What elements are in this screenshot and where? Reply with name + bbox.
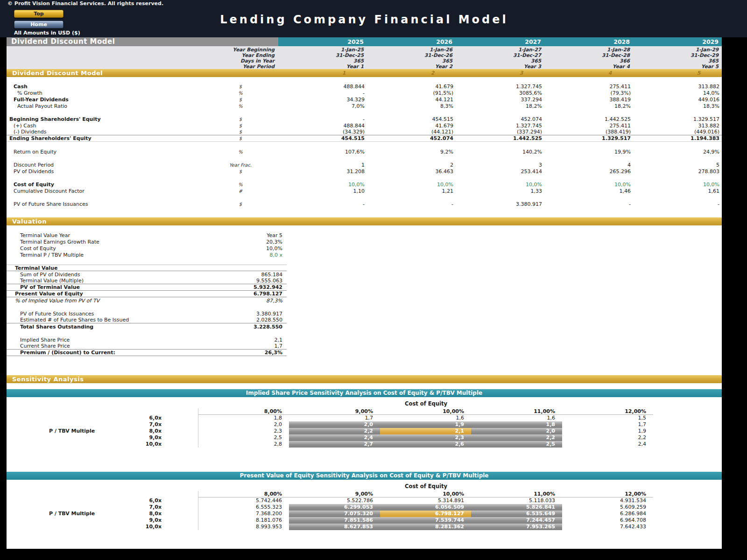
unit-label[interactable]: $ xyxy=(203,129,278,134)
value-cell[interactable]: 1,6 xyxy=(471,415,562,421)
row-label[interactable]: (-) Dividends xyxy=(7,129,203,135)
value-cell[interactable]: 488.844 xyxy=(278,84,367,90)
value-cell[interactable]: 7,0% xyxy=(278,103,367,109)
row-label[interactable]: Terminal Value xyxy=(7,265,212,271)
value-cell[interactable]: 5.742.446 xyxy=(198,497,289,504)
row-header[interactable]: 7,0x xyxy=(7,421,198,428)
meta-row-label[interactable]: Year Beginning xyxy=(7,47,278,52)
row-header[interactable]: 7,0x xyxy=(7,504,198,511)
meta-cell[interactable]: 1-Jan-29 xyxy=(633,47,722,52)
value-cell[interactable]: 1,9 xyxy=(562,428,653,434)
row-label[interactable]: Full-Year Dividends xyxy=(7,97,203,103)
value-cell[interactable]: 5.932.942 xyxy=(212,284,287,290)
meta-row-label[interactable]: Year Period xyxy=(7,63,278,69)
value-cell[interactable]: (337.294) xyxy=(456,129,544,135)
value-cell[interactable]: (79,3%) xyxy=(544,90,633,96)
row-label[interactable]: PV of Dividends xyxy=(7,168,203,175)
value-cell[interactable]: 1,8 xyxy=(198,415,289,421)
value-cell[interactable]: 2,0 xyxy=(289,421,380,428)
row-header[interactable]: 10,0x xyxy=(7,441,198,448)
row-label[interactable]: Return on Equity xyxy=(7,149,203,155)
row-header[interactable]: 6,0x xyxy=(7,497,198,504)
meta-cell[interactable]: Year 1 xyxy=(278,63,367,69)
row-label[interactable]: Implied Share Price xyxy=(7,337,212,343)
row-label[interactable]: Sum of PV of Dividends xyxy=(7,272,212,278)
year-header[interactable]: 2026 xyxy=(367,37,456,46)
year-header[interactable]: 2029 xyxy=(633,37,722,46)
value-cell[interactable]: 3 xyxy=(456,162,544,168)
value-cell[interactable]: 1.194.383 xyxy=(633,135,722,141)
value-cell[interactable]: 3.380.917 xyxy=(212,311,287,317)
meta-cell[interactable]: Year 3 xyxy=(456,63,544,69)
value-cell[interactable]: 1,7 xyxy=(212,343,287,349)
meta-cell[interactable]: 1-Jan-28 xyxy=(544,47,633,52)
year-header[interactable]: 2028 xyxy=(544,37,633,46)
value-cell[interactable]: 1,21 xyxy=(367,188,456,194)
value-cell[interactable]: 3.380.917 xyxy=(456,201,544,207)
row-label[interactable]: Beginning Shareholders' Equity xyxy=(7,116,203,122)
value-cell[interactable]: 2,0 xyxy=(198,421,289,428)
value-cell[interactable]: 2,7 xyxy=(289,441,380,448)
value-cell[interactable]: 7.075.320 xyxy=(289,511,380,517)
value-cell[interactable]: 41.679 xyxy=(367,123,456,129)
value-cell[interactable]: 1.442.525 xyxy=(544,116,633,122)
meta-row-label[interactable]: Days in Year xyxy=(7,58,278,63)
value-cell[interactable]: 4 xyxy=(544,162,633,168)
value-cell[interactable]: 1.329.517 xyxy=(544,135,633,141)
value-cell[interactable]: 1,6 xyxy=(380,415,471,421)
value-cell[interactable]: 449.016 xyxy=(633,97,722,103)
value-cell[interactable]: 2,2 xyxy=(562,434,653,441)
value-cell[interactable]: 18,2% xyxy=(456,103,544,109)
value-cell[interactable]: 107,6% xyxy=(278,149,367,155)
value-cell[interactable]: 8,3% xyxy=(367,103,456,109)
row-header[interactable]: 8,0x xyxy=(7,428,198,434)
value-cell[interactable]: 5.609.259 xyxy=(562,504,653,511)
value-cell[interactable]: 6.798.127 xyxy=(380,511,471,517)
unit-label[interactable]: $ xyxy=(203,202,278,207)
col-header[interactable]: 12,00% xyxy=(562,491,653,497)
meta-cell[interactable]: Year 4 xyxy=(544,63,633,69)
value-cell[interactable]: 1,9 xyxy=(380,421,471,428)
value-cell[interactable]: 19,9% xyxy=(544,149,633,155)
col-header[interactable]: 8,00% xyxy=(198,491,289,497)
unit-label[interactable]: $ xyxy=(203,97,278,102)
unit-label[interactable]: % xyxy=(203,91,278,96)
value-cell[interactable]: 253.414 xyxy=(456,168,544,175)
value-cell[interactable]: 87,3% xyxy=(212,298,287,304)
meta-cell[interactable]: Year 2 xyxy=(367,63,456,69)
col-header[interactable]: 11,00% xyxy=(471,491,562,497)
row-label[interactable]: Present Value of Equity xyxy=(7,291,212,297)
value-cell[interactable]: 2,3 xyxy=(380,434,471,441)
value-cell[interactable]: 265.296 xyxy=(544,168,633,175)
value-cell[interactable]: 7.953.265 xyxy=(471,524,562,530)
unit-label[interactable]: $ xyxy=(203,123,278,128)
value-cell[interactable]: 2.028.550 xyxy=(212,317,287,323)
row-header[interactable]: 6,0x xyxy=(7,415,198,421)
value-cell[interactable]: 2,4 xyxy=(562,441,653,448)
value-cell[interactable]: 4.931.534 xyxy=(562,497,653,504)
row-label[interactable]: PV of Terminal Value xyxy=(7,284,212,290)
value-cell[interactable]: 452.074 xyxy=(456,116,544,122)
col-header[interactable]: 10,00% xyxy=(380,408,471,415)
unit-label[interactable]: % xyxy=(203,104,278,109)
value-cell[interactable]: 313.882 xyxy=(633,84,722,90)
value-cell[interactable]: 7.368.200 xyxy=(198,511,289,517)
col-header[interactable]: 9,00% xyxy=(289,491,380,497)
meta-cell[interactable]: 31-Dec-29 xyxy=(633,52,722,58)
value-cell[interactable]: 2 xyxy=(367,162,456,168)
value-cell[interactable]: (44.121) xyxy=(367,129,456,135)
value-cell[interactable]: 2,8 xyxy=(198,441,289,448)
value-cell[interactable]: 2,3 xyxy=(198,428,289,434)
value-cell[interactable]: 2,5 xyxy=(198,434,289,441)
value-cell[interactable]: (34.329) xyxy=(278,129,367,135)
value-cell[interactable]: 5.522.786 xyxy=(289,497,380,504)
unit-label[interactable]: $ xyxy=(203,169,278,174)
year-header[interactable]: 2025 xyxy=(278,37,367,46)
meta-cell[interactable]: 31-Dec-28 xyxy=(544,52,633,58)
row-label[interactable]: Cost of Equity xyxy=(7,182,203,188)
value-cell[interactable]: - xyxy=(278,201,367,207)
value-cell[interactable]: 1,7 xyxy=(289,415,380,421)
value-cell[interactable]: 34.329 xyxy=(278,97,367,103)
value-cell[interactable]: - xyxy=(278,116,367,122)
value-cell[interactable]: (388.419) xyxy=(544,129,633,135)
